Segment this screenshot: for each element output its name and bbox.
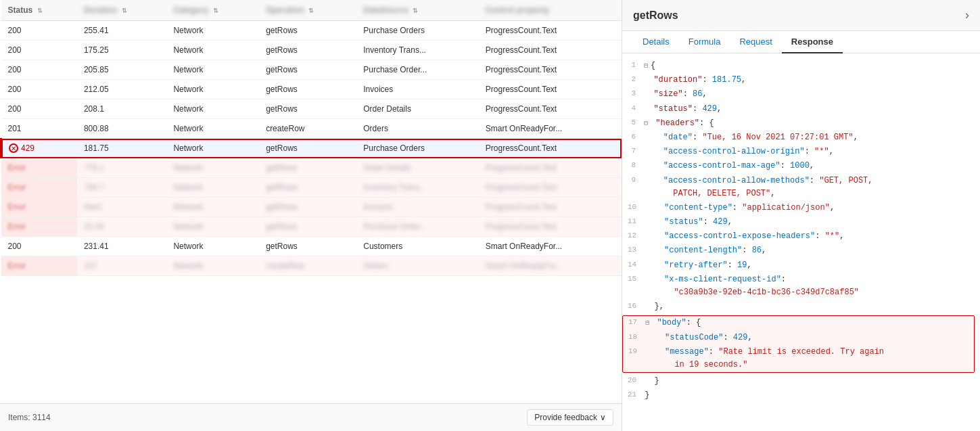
- cell-control-property: ProgressCount.Text: [479, 99, 622, 119]
- cell-duration: 748.7: [77, 178, 166, 198]
- code-line-14: 14 "retry-after": 19,: [622, 258, 980, 273]
- sort-icon-category: ⇅: [213, 7, 218, 14]
- cell-operation: createRow: [259, 119, 356, 139]
- cell-operation: getRows: [259, 139, 356, 158]
- table-row[interactable]: 200231.41NetworkgetRowsCustomersSmart On…: [1, 237, 622, 256]
- code-line-16: 16 },: [622, 300, 980, 314]
- table-row[interactable]: 200175.25NetworkgetRowsInventory Trans..…: [1, 41, 622, 60]
- cell-category: Network: [166, 158, 259, 178]
- cell-duration: 208.1: [77, 99, 166, 119]
- cell-control-property: ProgressCount.Text: [479, 178, 622, 198]
- code-line-20: 20 }: [622, 374, 980, 388]
- provide-feedback-label: Provide feedback: [534, 413, 597, 422]
- code-line-21: 21 }: [622, 388, 980, 403]
- cell-control-property: ProgressCount.Text: [479, 139, 622, 158]
- cell-control-property: ProgressCount.Text: [479, 217, 622, 237]
- cell-datasource: Orders: [356, 256, 479, 276]
- cell-status: Error: [1, 158, 77, 178]
- left-panel: Status ⇅ Duration ⇅ Category ⇅ Operation…: [0, 0, 622, 431]
- table-row[interactable]: 200205.85NetworkgetRowsPurchase Order...…: [1, 60, 622, 80]
- code-line-15: 15 "x-ms-client-request-id": "c30a9b3e-9…: [622, 273, 980, 300]
- cell-operation: getRows: [259, 198, 356, 217]
- chevron-down-icon: ∨: [600, 413, 606, 422]
- table-row[interactable]: ✕429181.75NetworkgetRowsPurchase OrdersP…: [1, 139, 622, 158]
- collapse-icon-1[interactable]: ⊟: [644, 62, 648, 70]
- cell-status: 200: [1, 21, 77, 41]
- table-row[interactable]: Error107NetworkcreateRowOrdersSmart OnRe…: [1, 256, 622, 276]
- network-table: Status ⇅ Duration ⇅ Category ⇅ Operation…: [0, 0, 622, 276]
- cell-operation: getRows: [259, 178, 356, 198]
- table-row[interactable]: Error748.7NetworkgetRowsInventory Trans.…: [1, 178, 622, 198]
- response-tabs: Details Formula Request Response: [622, 31, 980, 53]
- code-line-19: 19 "message": "Rate limit is exceeded. T…: [623, 345, 974, 372]
- cell-status: ✕429: [1, 139, 77, 158]
- cell-category: Network: [166, 60, 259, 80]
- code-line-6: 6 "date": "Tue, 16 Nov 2021 07:27:01 GMT…: [622, 131, 980, 145]
- table-row[interactable]: 200255.41NetworkgetRowsPurchase OrdersPr…: [1, 21, 622, 41]
- cell-category: Network: [166, 256, 259, 276]
- collapse-icon-17[interactable]: ⊟: [645, 319, 649, 327]
- provide-feedback-button[interactable]: Provide feedback ∨: [527, 409, 613, 426]
- code-line-8: 8 "access-control-max-age": 1000,: [622, 159, 980, 173]
- right-panel-close-arrow[interactable]: ›: [965, 8, 969, 22]
- cell-operation: getRows: [259, 41, 356, 60]
- error-status-blurred: Error: [8, 202, 26, 212]
- error-status-blurred: Error: [8, 183, 26, 192]
- tab-details[interactable]: Details: [633, 31, 679, 53]
- table-row[interactable]: 200212.05NetworkgetRowsInvoicesProgressC…: [1, 80, 622, 99]
- body-highlighted-block: 17 ⊟ "body": { 18 "statusCode": 429, 19 …: [622, 315, 975, 373]
- cell-datasource: Invoices: [356, 80, 479, 99]
- collapse-icon-5[interactable]: ⊟: [644, 120, 648, 127]
- response-content[interactable]: 1 ⊟{ 2 "duration": 181.75, 3 "size": 86,…: [622, 53, 980, 431]
- error-circle-icon: ✕: [9, 143, 18, 153]
- cell-duration: 175.25: [77, 41, 166, 60]
- cell-datasource: Customers: [356, 237, 479, 256]
- cell-control-property: ProgressCount.Text: [479, 60, 622, 80]
- cell-category: Network: [166, 80, 259, 99]
- cell-datasource: Purchase Orders: [356, 139, 479, 158]
- cell-duration: Nwt1: [77, 198, 166, 217]
- col-control-property[interactable]: Control property: [479, 0, 622, 21]
- table-row[interactable]: ErrorNwt1NetworkgetRowsInvoicesProgressC…: [1, 198, 622, 217]
- cell-category: Network: [166, 237, 259, 256]
- cell-status: Error: [1, 198, 77, 217]
- cell-operation: getRows: [259, 217, 356, 237]
- code-line-5: 5 ⊟ "headers": {: [622, 116, 980, 131]
- table-row[interactable]: Error21.04NetworkgetRowsPurchase Order..…: [1, 217, 622, 237]
- table-row[interactable]: 200208.1NetworkgetRowsOrder DetailsProgr…: [1, 99, 622, 119]
- code-line-18: 18 "statusCode": 429,: [623, 331, 974, 345]
- tab-response[interactable]: Response: [782, 31, 843, 53]
- tab-formula[interactable]: Formula: [679, 31, 730, 53]
- cell-datasource: Inventory Trans...: [356, 178, 479, 198]
- cell-datasource: Purchase Order...: [356, 60, 479, 80]
- cell-duration: 255.41: [77, 21, 166, 41]
- code-container: 1 ⊟{ 2 "duration": 181.75, 3 "size": 86,…: [622, 59, 980, 403]
- right-panel: getRows › Details Formula Request Respon…: [622, 0, 980, 431]
- cell-datasource: Purchase Order...: [356, 217, 479, 237]
- table-container[interactable]: Status ⇅ Duration ⇅ Category ⇅ Operation…: [0, 0, 622, 403]
- cell-duration: 181.75: [77, 139, 166, 158]
- table-row[interactable]: Error776.1NetworkgetRowsOrder DetailsPro…: [1, 158, 622, 178]
- code-line-10: 10 "content-type": "application/json",: [622, 201, 980, 215]
- cell-control-property: ProgressCount.Text: [479, 21, 622, 41]
- cell-category: Network: [166, 99, 259, 119]
- col-datasource[interactable]: DataSource ⇅: [356, 0, 479, 21]
- tab-request[interactable]: Request: [730, 31, 781, 53]
- col-status[interactable]: Status ⇅: [1, 0, 77, 21]
- table-row[interactable]: 201800.88NetworkcreateRowOrdersSmart OnR…: [1, 119, 622, 139]
- col-operation[interactable]: Operation ⇅: [259, 0, 356, 21]
- right-panel-header: getRows ›: [622, 0, 980, 31]
- col-duration[interactable]: Duration ⇅: [77, 0, 166, 21]
- cell-duration: 205.85: [77, 60, 166, 80]
- cell-duration: 21.04: [77, 217, 166, 237]
- code-line-2: 2 "duration": 181.75,: [622, 73, 980, 87]
- cell-category: Network: [166, 198, 259, 217]
- error-status-blurred: Error: [8, 261, 26, 271]
- code-line-11: 11 "status": 429,: [622, 215, 980, 229]
- cell-operation: getRows: [259, 60, 356, 80]
- sort-icon-operation: ⇅: [308, 7, 314, 14]
- code-line-13: 13 "content-length": 86,: [622, 244, 980, 258]
- cell-status: 200: [1, 60, 77, 80]
- col-category[interactable]: Category ⇅: [166, 0, 259, 21]
- cell-datasource: Invoices: [356, 198, 479, 217]
